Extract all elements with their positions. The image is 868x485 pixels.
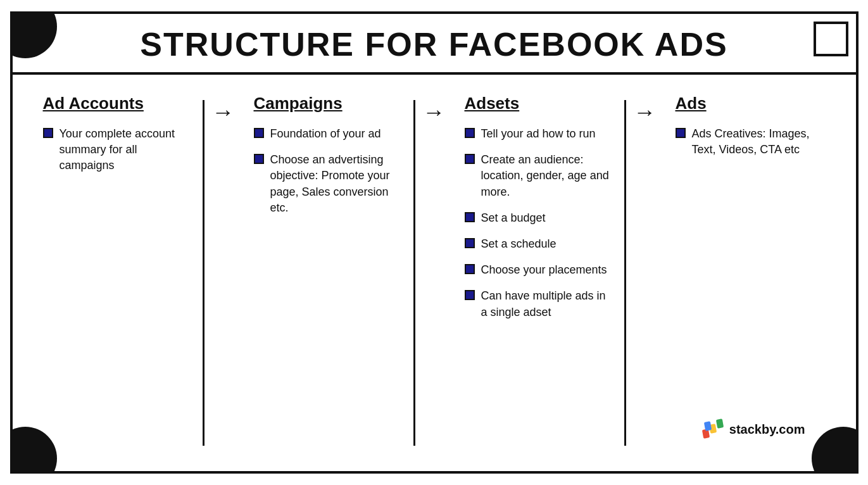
col-header-campaigns: Campaigns	[254, 94, 404, 113]
list-item: Ads Creatives: Images, Text, Videos, CTA…	[676, 126, 826, 158]
col-ads: Ads Ads Creatives: Images, Text, Videos,…	[664, 94, 837, 452]
arrow-icon-2: →	[423, 99, 446, 125]
list-item: Create an audience: location, gender, ag…	[465, 152, 615, 200]
bullet-icon	[254, 154, 264, 164]
list-item: Set a schedule	[465, 236, 615, 252]
corner-arc-tl	[13, 14, 57, 58]
col-header-ads: Ads	[676, 94, 826, 113]
outer-frame: STRUCTURE FOR FACEBOOK ADS Ad Accounts Y…	[10, 11, 859, 474]
list-item-text: Tell your ad how to run	[481, 126, 596, 142]
page-title: STRUCTURE FOR FACEBOOK ADS	[13, 25, 856, 63]
col-ad-accounts: Ad Accounts Your complete account summar…	[32, 94, 204, 452]
arrow-icon-1: →	[212, 99, 235, 125]
bullet-list-ad-accounts: Your complete account summary for all ca…	[43, 126, 193, 174]
bullet-icon	[465, 154, 475, 164]
list-item: Can have multiple ads in a single adset	[465, 288, 615, 320]
list-item-text: Create an audience: location, gender, ag…	[481, 152, 615, 200]
stackby-logo: stackby.com	[701, 418, 805, 441]
bullet-icon	[254, 128, 264, 138]
list-item-text: Foundation of your ad	[270, 126, 381, 142]
stackby-logo-text: stackby.com	[729, 422, 805, 437]
bullet-icon	[465, 238, 475, 248]
col-header-ad-accounts: Ad Accounts	[43, 94, 193, 113]
content-area: Ad Accounts Your complete account summar…	[13, 75, 856, 471]
list-item: Choose an advertising objective: Promote…	[254, 152, 404, 216]
list-item-text: Can have multiple ads in a single adset	[481, 288, 615, 320]
bullet-icon	[465, 128, 475, 138]
bullet-list-campaigns: Foundation of your ad Choose an advertis…	[254, 126, 404, 216]
col-adsets: Adsets Tell your ad how to run Create an…	[453, 94, 626, 452]
bullet-icon	[676, 128, 686, 138]
bullet-icon	[43, 128, 53, 138]
list-item-text: Choose an advertising objective: Promote…	[270, 152, 404, 216]
bullet-list-adsets: Tell your ad how to run Create an audien…	[465, 126, 615, 320]
list-item-text: Set a budget	[481, 210, 546, 226]
list-item: Foundation of your ad	[254, 126, 404, 142]
list-item: Choose your placements	[465, 262, 615, 278]
bullet-icon	[465, 264, 475, 274]
col-campaigns: Campaigns Foundation of your ad Choose a…	[242, 94, 415, 452]
arrow-2: →	[415, 94, 453, 452]
col-header-adsets: Adsets	[465, 94, 615, 113]
list-item: Tell your ad how to run	[465, 126, 615, 142]
bullet-icon	[465, 290, 475, 300]
list-item: Set a budget	[465, 210, 615, 226]
arrow-icon-3: →	[634, 99, 657, 125]
bullet-icon	[465, 212, 475, 222]
list-item-text: Set a schedule	[481, 236, 557, 252]
list-item-text: Your complete account summary for all ca…	[60, 126, 193, 174]
list-item: Your complete account summary for all ca…	[43, 126, 193, 174]
arrow-3: →	[626, 94, 664, 452]
svg-rect-2	[716, 419, 724, 429]
list-item-text: Ads Creatives: Images, Text, Videos, CTA…	[692, 126, 826, 158]
bullet-list-ads: Ads Creatives: Images, Text, Videos, CTA…	[676, 126, 826, 158]
title-bar: STRUCTURE FOR FACEBOOK ADS	[13, 14, 856, 75]
corner-square-tr	[814, 22, 848, 56]
list-item-text: Choose your placements	[481, 262, 607, 278]
arrow-1: →	[204, 94, 242, 452]
stackby-logo-icon	[701, 418, 724, 441]
